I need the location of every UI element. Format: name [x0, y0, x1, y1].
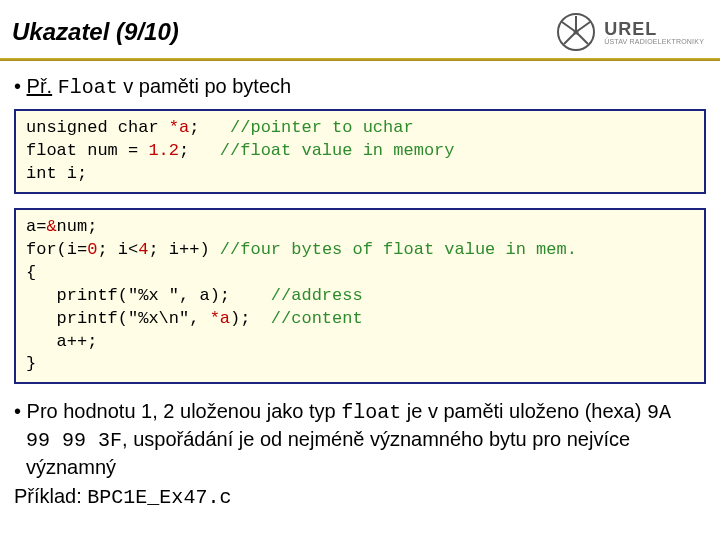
- slide-body: • Př. Float v paměti po bytech unsigned …: [0, 75, 720, 509]
- svg-point-1: [574, 30, 579, 35]
- example-line: Příklad: BPC1E_Ex47.c: [14, 485, 706, 509]
- logo-text: UREL ÚSTAV RADIOELEKTRONIKY: [604, 20, 704, 45]
- example-label: Příklad:: [14, 485, 87, 507]
- intro-prefix: Př.: [27, 75, 53, 97]
- example-file: BPC1E_Ex47.c: [87, 486, 231, 509]
- header: Ukazatel (9/10) UREL ÚSTAV RADIOELEKTRON…: [0, 0, 720, 58]
- divider: [0, 58, 720, 61]
- intro-code: Float: [58, 76, 118, 99]
- logo: UREL ÚSTAV RADIOELEKTRONIKY: [556, 12, 704, 52]
- intro-line: • Př. Float v paměti po bytech: [14, 75, 706, 99]
- note-t2: je v paměti uloženo (hexa): [407, 400, 647, 422]
- intro-rest: v paměti po bytech: [123, 75, 291, 97]
- note-paragraph: Pro hodnotu 1, 2 uloženou jako typ float…: [26, 398, 706, 481]
- logo-main: UREL: [604, 20, 704, 38]
- note-t1: Pro hodnotu 1, 2 uloženou jako typ: [27, 400, 342, 422]
- slide: Ukazatel (9/10) UREL ÚSTAV RADIOELEKTRON…: [0, 0, 720, 540]
- note-c1: float: [341, 401, 401, 424]
- code-block-2: a=&num; for(i=0; i<4; i++) //four bytes …: [14, 208, 706, 385]
- page-title: Ukazatel (9/10): [12, 18, 179, 46]
- logo-sub: ÚSTAV RADIOELEKTRONIKY: [604, 38, 704, 45]
- code-block-1: unsigned char *a; //pointer to uchar flo…: [14, 109, 706, 194]
- urel-logo-icon: [556, 12, 596, 52]
